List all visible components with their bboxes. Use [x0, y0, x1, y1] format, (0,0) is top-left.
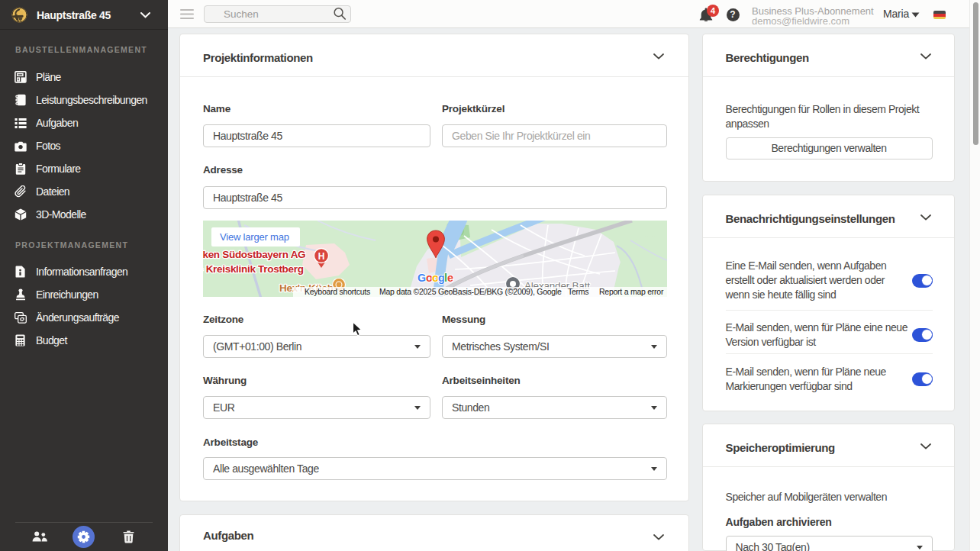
svg-text:Keyboard shortcuts: Keyboard shortcuts — [305, 287, 370, 296]
svg-text:e: e — [447, 272, 453, 284]
svg-text:G: G — [417, 272, 426, 284]
svg-text:Map data ©2025 GeoBasis-DE/BKG: Map data ©2025 GeoBasis-DE/BKG (©2009), … — [379, 287, 562, 296]
svg-text:View larger map: View larger map — [220, 231, 289, 243]
svg-text:H: H — [318, 251, 325, 262]
svg-text:Terms: Terms — [568, 287, 588, 296]
svg-text:iken Südostbayern AG: iken Südostbayern AG — [203, 249, 305, 260]
svg-text:Report a map error: Report a map error — [599, 287, 664, 296]
svg-text:- Kreisklinik Trostberg: - Kreisklinik Trostberg — [203, 263, 304, 275]
